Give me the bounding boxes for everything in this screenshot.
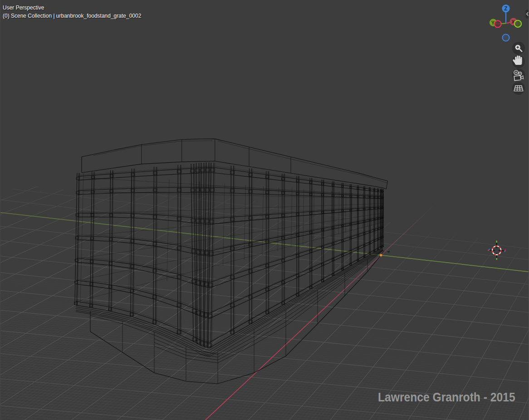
svg-text:Z: Z	[504, 5, 507, 12]
